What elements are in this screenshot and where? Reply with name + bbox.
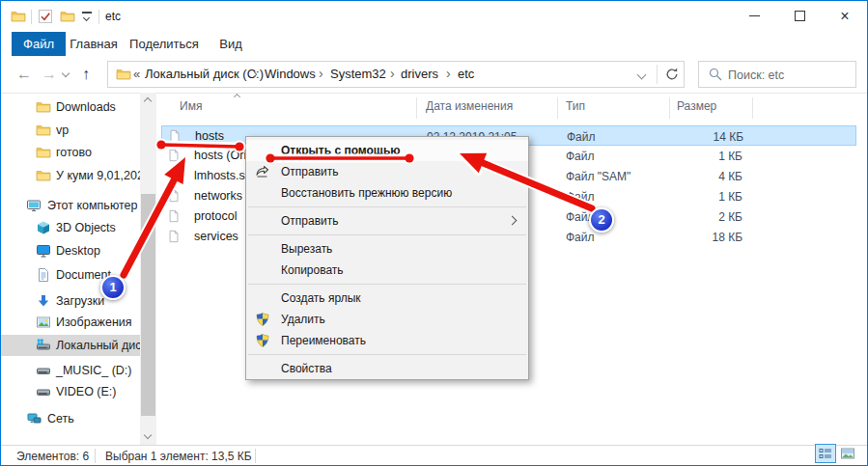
- file-name: networks: [194, 189, 242, 203]
- file-icon: [168, 128, 182, 144]
- maximize-icon: [795, 11, 805, 21]
- tab-share[interactable]: Поделиться: [122, 32, 207, 56]
- sidebar-item-3d-objects[interactable]: 3D Objects: [1, 217, 140, 238]
- menu-item-share[interactable]: Отправить: [246, 161, 528, 182]
- context-menu: Открыть с помощью Отправить Восстановить…: [245, 136, 529, 380]
- breadcrumb-system32[interactable]: System32: [330, 62, 386, 87]
- file-name: services: [194, 230, 238, 243]
- column-divider[interactable]: [752, 97, 753, 119]
- sidebar-item-vp[interactable]: vp: [1, 120, 140, 141]
- sidebar-item-gotovo[interactable]: готово: [1, 142, 140, 163]
- tab-view[interactable]: Вид: [207, 32, 255, 56]
- network-icon: [26, 411, 42, 426]
- menu-item-open-with[interactable]: Открыть с помощью: [246, 140, 528, 161]
- qat-customize-chevron-icon[interactable]: [83, 14, 90, 21]
- menu-item-copy[interactable]: Копировать: [246, 260, 528, 281]
- file-icon: [167, 168, 181, 183]
- sidebar-item-label: Этот компьютер: [47, 199, 137, 212]
- close-button[interactable]: ×: [822, 1, 868, 31]
- sidebar-item-this-pc[interactable]: Этот компьютер: [1, 195, 140, 216]
- column-divider[interactable]: [669, 97, 670, 119]
- divider: [95, 449, 96, 463]
- sidebar-item-music-d[interactable]: _MUSIC_ (D:): [1, 360, 140, 381]
- 3d-cube-icon: [36, 220, 51, 235]
- divider: [98, 10, 99, 24]
- menu-item-label: Отправить: [281, 165, 339, 178]
- maximize-button[interactable]: [777, 1, 822, 31]
- menu-item-send-to[interactable]: Отправить: [246, 210, 528, 232]
- history-chevron-icon[interactable]: [62, 69, 70, 77]
- qat-properties-check-icon[interactable]: [38, 9, 53, 24]
- file-type: Файл: [567, 130, 596, 144]
- breadcrumb-prefix: «: [133, 62, 140, 87]
- sidebar-item-downloads[interactable]: Downloads: [1, 96, 140, 118]
- sidebar-item-network[interactable]: Сеть: [1, 408, 140, 429]
- file-icon: [167, 229, 181, 244]
- sidebar-item-video-e[interactable]: VIDEO (E:): [1, 381, 140, 402]
- sidebar-item-ukumi[interactable]: У куми 9,01,2020: [1, 165, 140, 186]
- up-icon[interactable]: ↑: [82, 66, 90, 83]
- scroll-down-icon[interactable]: [144, 431, 152, 439]
- breadcrumb-separator: ›: [253, 62, 258, 87]
- sidebar-item-label: vp: [56, 123, 69, 137]
- file-size: 14 КБ: [651, 130, 743, 144]
- column-divider[interactable]: [416, 97, 417, 119]
- document-icon: [36, 267, 51, 283]
- back-icon[interactable]: ←: [16, 66, 32, 83]
- menu-separator: [248, 206, 526, 207]
- qat-customize-icon[interactable]: [82, 12, 92, 14]
- menu-item-delete[interactable]: Удалить: [246, 309, 528, 330]
- tab-file[interactable]: Файл: [12, 32, 66, 56]
- drive-icon: [36, 384, 51, 399]
- column-header-name[interactable]: Имя: [180, 99, 202, 113]
- file-size: 18 КБ: [650, 231, 742, 244]
- thumbnails-view-button[interactable]: [837, 444, 858, 463]
- menu-item-label: Отправить: [281, 214, 339, 228]
- tab-home[interactable]: Главная: [66, 32, 122, 56]
- sidebar-scrollbar[interactable]: [140, 93, 156, 445]
- explorer-window: etc × Файл Главная Поделиться Вид ? ← → …: [0, 0, 868, 466]
- forward-icon[interactable]: →: [42, 66, 57, 83]
- menu-item-restore-previous[interactable]: Восстановить прежнюю версию: [246, 182, 528, 204]
- column-divider[interactable]: [557, 97, 558, 119]
- breadcrumb-drivers[interactable]: drivers: [401, 62, 438, 87]
- scroll-up-icon[interactable]: [144, 97, 152, 105]
- sidebar-item-label: _MUSIC_ (D:): [56, 364, 131, 377]
- qat-new-folder-icon[interactable]: [60, 9, 75, 24]
- column-header-date[interactable]: Дата изменения: [426, 99, 513, 113]
- annotation-badge-1: 1: [100, 275, 126, 300]
- details-view-button[interactable]: [815, 444, 836, 463]
- menu-item-rename[interactable]: Переименовать: [246, 330, 528, 351]
- search-box[interactable]: [698, 61, 856, 88]
- navigation-bar: ← → ↑ « Локальный диск (C:) › Windows › …: [1, 57, 867, 94]
- scrollbar-thumb[interactable]: [141, 194, 155, 416]
- menu-item-label: Переименовать: [281, 334, 366, 347]
- file-icon: [167, 148, 181, 163]
- drive-icon: [36, 363, 51, 378]
- breadcrumb-drive[interactable]: Локальный диск (C:): [145, 62, 264, 87]
- column-header-size[interactable]: Размер: [677, 99, 716, 113]
- sidebar-item-label: Downloads: [56, 100, 116, 114]
- refresh-icon[interactable]: [664, 67, 680, 82]
- app-folder-icon: [11, 9, 26, 24]
- sidebar-item-label: Desktop: [56, 244, 100, 258]
- sidebar-item-label: готово: [56, 146, 92, 159]
- breadcrumb-windows[interactable]: Windows: [265, 62, 316, 87]
- computer-icon: [26, 198, 42, 213]
- breadcrumb-etc[interactable]: etc: [458, 62, 474, 87]
- sidebar-item-label: Загрузки: [56, 294, 104, 308]
- minimize-button[interactable]: [732, 1, 777, 31]
- menu-item-cut[interactable]: Вырезать: [246, 238, 528, 260]
- menu-item-properties[interactable]: Свойства: [246, 358, 528, 379]
- address-bar[interactable]: « Локальный диск (C:) › Windows › System…: [107, 61, 685, 88]
- sidebar-item-desktop[interactable]: Desktop: [1, 240, 140, 261]
- file-name: hosts: [195, 129, 224, 143]
- search-input[interactable]: [726, 63, 855, 88]
- sidebar-item-label: Локальный дис: [56, 339, 140, 352]
- thumbnails-view-icon: [840, 446, 855, 461]
- menu-item-create-shortcut[interactable]: Создать ярлык: [246, 288, 528, 309]
- sidebar-item-pictures[interactable]: Изображения: [1, 312, 140, 333]
- address-dropdown-chevron-icon[interactable]: [637, 70, 647, 80]
- column-header-type[interactable]: Тип: [566, 99, 585, 113]
- sidebar-item-local-disk-c[interactable]: Локальный дис: [1, 335, 140, 356]
